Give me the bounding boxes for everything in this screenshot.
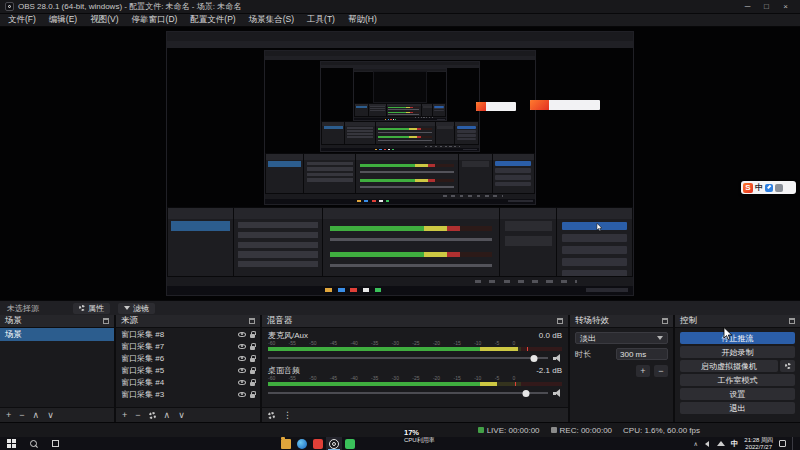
- add-scene-button[interactable]: +: [6, 408, 11, 423]
- taskbar-clock[interactable]: 21:28 周四 2022/7/27: [744, 437, 773, 450]
- remove-source-button[interactable]: −: [135, 408, 140, 423]
- ime-keyboard-icon[interactable]: [775, 184, 783, 192]
- menu-item-view[interactable]: 视图(V): [90, 14, 118, 26]
- source-item[interactable]: 窗口采集 #4: [116, 376, 260, 388]
- mixer-panel-header[interactable]: 混音器: [262, 315, 568, 328]
- volume-slider[interactable]: [268, 357, 548, 359]
- transitions-panel-header[interactable]: 转场特效: [570, 315, 673, 328]
- mute-speaker-icon[interactable]: [553, 354, 562, 362]
- lock-icon[interactable]: [250, 382, 255, 386]
- source-item[interactable]: 窗口采集 #3: [116, 388, 260, 400]
- show-desktop-button[interactable]: [792, 437, 795, 450]
- mixer-settings-icon[interactable]: [268, 412, 275, 419]
- scene-up-button[interactable]: ∧: [33, 408, 40, 423]
- visibility-icon[interactable]: [238, 332, 246, 337]
- visibility-icon[interactable]: [238, 344, 246, 349]
- lock-icon[interactable]: [250, 394, 255, 398]
- action-center-icon[interactable]: [779, 440, 786, 447]
- slider-thumb[interactable]: [531, 355, 538, 362]
- mini-docks: [167, 207, 633, 278]
- source-properties-icon[interactable]: [149, 412, 156, 419]
- sources-panel-header[interactable]: 来源: [116, 315, 260, 328]
- menu-item-tools[interactable]: 工具(T): [307, 14, 335, 26]
- close-button[interactable]: ×: [776, 0, 795, 13]
- lock-icon[interactable]: [250, 346, 255, 350]
- mixer-more-icon[interactable]: ⋮: [283, 408, 292, 423]
- visibility-icon[interactable]: [238, 356, 246, 361]
- task-view-button[interactable]: [44, 437, 66, 450]
- virtual-camera-button[interactable]: 启动虚拟摄像机: [680, 360, 778, 372]
- recursive-capture-level-3: [321, 62, 478, 150]
- dock-pin-icon[interactable]: [557, 318, 563, 324]
- dock-pin-icon[interactable]: [249, 318, 255, 324]
- mini-ime-toolbar: [476, 102, 517, 111]
- volume-tray-icon[interactable]: [704, 440, 711, 447]
- dock-pin-icon[interactable]: [662, 318, 668, 324]
- volume-slider[interactable]: [268, 392, 548, 394]
- filters-button[interactable]: 滤镜: [118, 303, 155, 314]
- lock-icon[interactable]: [250, 358, 255, 362]
- taskbar-obs[interactable]: [326, 437, 342, 450]
- exit-button[interactable]: 退出: [680, 402, 795, 414]
- minimize-button[interactable]: ─: [738, 0, 757, 13]
- obs-titlebar[interactable]: OBS 28.0.1 (64-bit, windows) - 配置文件: 未命名…: [0, 0, 800, 14]
- search-icon: [30, 440, 37, 447]
- remove-scene-button[interactable]: −: [19, 408, 24, 423]
- start-recording-button[interactable]: 开始录制: [680, 346, 795, 358]
- maximize-button[interactable]: □: [757, 0, 776, 13]
- source-item[interactable]: 窗口采集 #5: [116, 364, 260, 376]
- menu-item-profile[interactable]: 配置文件(P): [190, 14, 235, 26]
- mute-speaker-icon[interactable]: [553, 389, 562, 397]
- transition-select[interactable]: 淡出: [575, 332, 668, 344]
- visibility-icon[interactable]: [238, 392, 246, 397]
- sogou-logo-icon[interactable]: S: [743, 183, 753, 193]
- menu-item-file[interactable]: 文件(F): [8, 14, 36, 26]
- duration-input[interactable]: 300 ms: [616, 348, 668, 360]
- scene-down-button[interactable]: ∨: [47, 408, 54, 423]
- settings-button[interactable]: 设置: [680, 388, 795, 400]
- network-tray-icon[interactable]: [717, 441, 725, 446]
- sources-list[interactable]: 窗口采集 #8 窗口采集 #7 窗口采集 #6 窗口采集 #5 窗口采集 #4 …: [116, 328, 260, 407]
- slider-thumb[interactable]: [522, 390, 529, 397]
- taskbar-edge[interactable]: [294, 437, 310, 450]
- taskbar-media-app[interactable]: [310, 437, 326, 450]
- source-item[interactable]: 窗口采集 #7: [116, 340, 260, 352]
- scenes-list[interactable]: 场景: [0, 328, 114, 407]
- source-up-button[interactable]: ∧: [164, 408, 171, 423]
- menu-item-scene-collection[interactable]: 场景集合(S): [249, 14, 294, 26]
- mini-titlebar: [167, 32, 633, 48]
- visibility-icon[interactable]: [238, 380, 246, 385]
- studio-mode-button[interactable]: 工作室模式: [680, 374, 795, 386]
- source-item[interactable]: 窗口采集 #6: [116, 352, 260, 364]
- taskbar-search-button[interactable]: [22, 437, 44, 450]
- source-down-button[interactable]: ∨: [178, 408, 185, 423]
- taskbar-file-explorer[interactable]: [278, 437, 294, 450]
- visibility-icon[interactable]: [238, 368, 246, 373]
- scenes-panel-header[interactable]: 场景: [0, 315, 114, 328]
- ime-pen-icon[interactable]: [765, 184, 773, 192]
- ime-language-indicator[interactable]: 中: [731, 439, 739, 449]
- menu-item-edit[interactable]: 编辑(E): [49, 14, 77, 26]
- ime-mode-indicator[interactable]: 中: [755, 183, 763, 193]
- taskbar-chat-app[interactable]: [342, 437, 358, 450]
- scene-item[interactable]: 场景: [0, 328, 114, 341]
- source-item[interactable]: 窗口采集 #8: [116, 328, 260, 340]
- add-transition-button[interactable]: +: [636, 365, 650, 377]
- sogou-ime-toolbar[interactable]: S 中: [741, 181, 796, 194]
- menu-item-docks[interactable]: 停靠窗口(D): [132, 14, 178, 26]
- add-source-button[interactable]: +: [122, 408, 127, 423]
- remove-transition-button[interactable]: −: [654, 365, 668, 377]
- preview-canvas[interactable]: S 中: [0, 27, 800, 300]
- dock-pin-icon[interactable]: [789, 318, 795, 324]
- stop-streaming-button[interactable]: 停止推流: [680, 332, 795, 344]
- dock-pin-icon[interactable]: [103, 318, 109, 324]
- properties-button[interactable]: 属性: [73, 303, 110, 314]
- lock-icon[interactable]: [250, 370, 255, 374]
- start-button[interactable]: [0, 437, 22, 450]
- virtual-camera-config-button[interactable]: [780, 360, 795, 372]
- controls-panel-header[interactable]: 控制: [675, 315, 800, 328]
- menu-item-help[interactable]: 帮助(H): [348, 14, 377, 26]
- source-toolbar: 未选择源 属性 滤镜: [0, 300, 800, 315]
- lock-icon[interactable]: [250, 334, 255, 338]
- tray-expand-icon[interactable]: ∧: [693, 440, 697, 447]
